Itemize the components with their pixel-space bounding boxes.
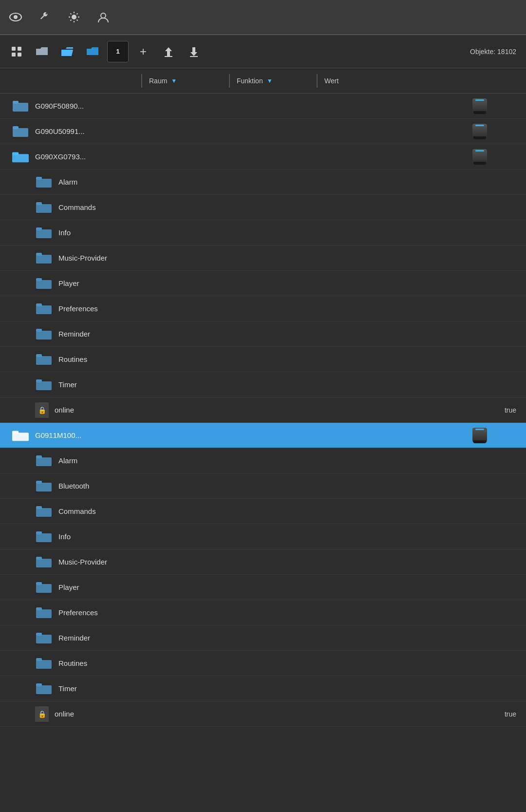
- svg-rect-58: [36, 609, 52, 618]
- tree-row-g090f50890[interactable]: G090F50890...: [0, 94, 526, 119]
- download-btn[interactable]: [183, 41, 205, 62]
- row-label: Routines: [58, 355, 487, 363]
- tree-row-player1[interactable]: Player: [0, 271, 526, 296]
- svg-rect-32: [36, 255, 52, 264]
- row-label: Music-Provider: [58, 558, 487, 566]
- svg-rect-20: [13, 103, 28, 112]
- svg-rect-15: [18, 53, 21, 57]
- funktion-filter[interactable]: Funktion ▼: [229, 74, 317, 88]
- svg-rect-30: [36, 229, 52, 238]
- svg-rect-59: [36, 607, 42, 610]
- svg-rect-56: [36, 584, 52, 593]
- folder-blue-btn[interactable]: [82, 41, 103, 62]
- tree-row-online2[interactable]: 🔒 online true: [0, 701, 526, 727]
- wrench-icon[interactable]: [37, 9, 53, 25]
- tree-row-bluetooth[interactable]: Bluetooth: [0, 473, 526, 499]
- folder-icon: [35, 579, 53, 596]
- top-toolbar: [0, 0, 526, 35]
- folder-icon: [35, 604, 53, 622]
- svg-rect-31: [36, 227, 42, 230]
- svg-rect-65: [36, 683, 42, 686]
- row-label: Info: [58, 228, 487, 237]
- svg-rect-48: [36, 483, 52, 491]
- row-label: Timer: [58, 684, 487, 693]
- tree-row-routines2[interactable]: Routines: [0, 651, 526, 676]
- folder-closed-btn[interactable]: [31, 41, 53, 62]
- svg-rect-61: [36, 633, 42, 636]
- svg-rect-51: [36, 506, 42, 509]
- row-label: Bluetooth: [58, 482, 487, 490]
- tree-content: G090F50890... G090U50991... G090XG0793..…: [0, 94, 526, 727]
- tree-row-music-provider2[interactable]: Music-Provider: [0, 549, 526, 575]
- upload-btn[interactable]: [158, 41, 179, 62]
- row-label: online: [55, 406, 487, 414]
- svg-rect-64: [36, 685, 52, 694]
- face-icon[interactable]: [95, 9, 111, 25]
- tree-row-reminder2[interactable]: Reminder: [0, 625, 526, 651]
- svg-rect-22: [13, 128, 28, 137]
- svg-rect-36: [36, 305, 52, 314]
- tree-row-commands1[interactable]: Commands: [0, 195, 526, 220]
- tree-row-timer1[interactable]: Timer: [0, 372, 526, 397]
- tree-row-player2[interactable]: Player: [0, 575, 526, 600]
- tree-row-preferences1[interactable]: Preferences: [0, 296, 526, 321]
- tree-row-info1[interactable]: Info: [0, 220, 526, 245]
- funktion-dropdown-arrow: ▼: [267, 77, 273, 84]
- tree-row-alarm2[interactable]: Alarm: [0, 448, 526, 473]
- raum-filter[interactable]: Raum ▼: [141, 74, 229, 88]
- svg-rect-21: [13, 101, 19, 104]
- svg-rect-39: [36, 329, 42, 332]
- tree-row-timer2[interactable]: Timer: [0, 676, 526, 701]
- tree-row-g0911m100[interactable]: G0911M100...: [0, 423, 526, 448]
- svg-rect-60: [36, 635, 52, 643]
- grid-view-btn[interactable]: [6, 41, 27, 62]
- tree-row-alarm1[interactable]: Alarm: [0, 170, 526, 195]
- svg-point-11: [101, 13, 106, 18]
- tree-row-g090u50991[interactable]: G090U50991...: [0, 119, 526, 144]
- row-label: G090U50991...: [35, 127, 470, 135]
- row-label: Commands: [58, 507, 487, 515]
- tree-row-routines1[interactable]: Routines: [0, 347, 526, 372]
- row-label: online: [55, 710, 487, 718]
- svg-rect-54: [36, 559, 52, 567]
- tree-row-online1[interactable]: 🔒 online true: [0, 397, 526, 423]
- folder-icon: [35, 503, 53, 520]
- svg-point-1: [14, 15, 18, 19]
- row-label: Reminder: [58, 634, 487, 642]
- folder-icon: [35, 199, 53, 216]
- svg-rect-55: [36, 557, 42, 560]
- row-label: G090F50890...: [35, 102, 470, 110]
- svg-rect-23: [13, 126, 19, 129]
- tree-row-g090xg0793[interactable]: G090XG0793...: [0, 144, 526, 170]
- svg-rect-45: [12, 431, 19, 434]
- eye-icon[interactable]: [8, 9, 23, 25]
- tree-row-preferences2[interactable]: Preferences: [0, 600, 526, 625]
- folder-icon: [12, 427, 29, 444]
- folder-open-btn[interactable]: [56, 41, 78, 62]
- svg-line-7: [71, 14, 72, 15]
- wert-label: Wert: [317, 74, 356, 88]
- row-label: Alarm: [58, 178, 487, 186]
- folder-icon: [12, 148, 29, 166]
- folder-icon: [35, 351, 53, 368]
- folder-icon: [35, 275, 53, 292]
- svg-rect-49: [36, 481, 42, 484]
- row-label: Reminder: [58, 330, 487, 338]
- svg-rect-27: [36, 177, 42, 180]
- tree-row-reminder1[interactable]: Reminder: [0, 321, 526, 347]
- svg-rect-14: [12, 53, 16, 57]
- svg-rect-33: [36, 253, 42, 256]
- tree-row-commands2[interactable]: Commands: [0, 499, 526, 524]
- add-btn[interactable]: +: [132, 41, 154, 62]
- svg-rect-29: [36, 202, 42, 205]
- row-label: Player: [58, 279, 487, 287]
- brightness-icon[interactable]: [66, 9, 82, 25]
- svg-rect-24: [12, 154, 29, 162]
- svg-rect-52: [36, 533, 52, 542]
- folder-icon: [35, 249, 53, 267]
- tree-row-info2[interactable]: Info: [0, 524, 526, 549]
- row-label: Preferences: [58, 608, 487, 617]
- tree-row-music-provider1[interactable]: Music-Provider: [0, 245, 526, 271]
- folder-icon: [35, 325, 53, 343]
- number-badge-btn[interactable]: 1: [107, 41, 129, 62]
